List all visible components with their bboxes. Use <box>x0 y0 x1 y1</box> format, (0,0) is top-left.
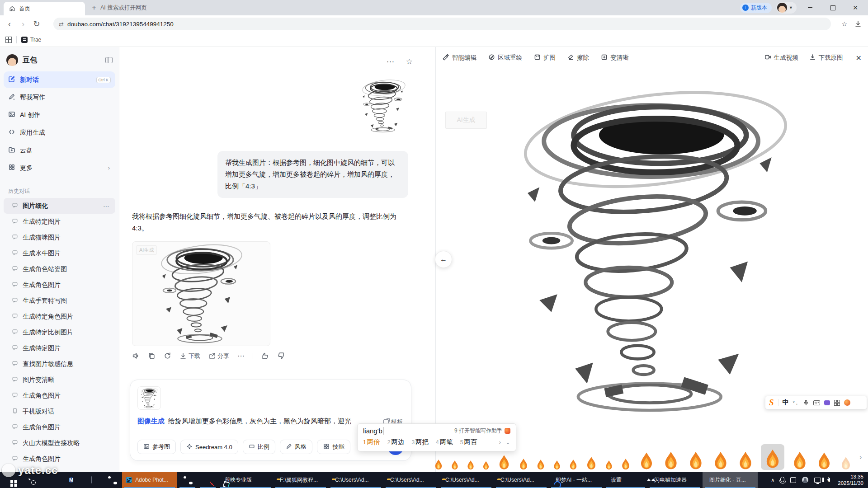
history-item[interactable]: 火山大模型连接攻略 <box>4 435 115 451</box>
sidebar-item-app-gen[interactable]: 应用生成 <box>4 124 115 141</box>
message-more-icon[interactable]: ⋯ <box>237 352 245 360</box>
fire-image-thumbnail[interactable] <box>585 454 598 470</box>
ime-next-page-icon[interactable]: › <box>499 439 501 446</box>
user-reference-image[interactable] <box>359 72 408 140</box>
read-aloud-icon[interactable] <box>132 352 140 360</box>
ime-voice-icon[interactable] <box>803 399 809 406</box>
tray-volume-icon[interactable] <box>827 478 830 482</box>
sidebar-item-more[interactable]: 更多› <box>4 160 115 176</box>
tool-repaint[interactable]: 区域重绘 <box>488 54 522 62</box>
chat-more-icon[interactable]: ⋯ <box>387 57 394 66</box>
viewer-image[interactable] <box>506 74 805 431</box>
taskbar-bad-app[interactable] <box>198 472 218 488</box>
tool-expand[interactable]: 扩图 <box>534 54 556 62</box>
taskbar-db-window[interactable]: 图片细化 - 豆... <box>703 472 758 488</box>
fire-image-thumbnail[interactable] <box>736 448 755 470</box>
new-tab-button[interactable]: ＋ AI 搜索或打开网页 <box>90 0 147 15</box>
history-item[interactable]: 生成手套特写图 <box>4 293 115 309</box>
tool-sharpen[interactable]: 变清晰 <box>601 54 629 62</box>
fire-image-thumbnail[interactable] <box>761 444 784 470</box>
viewer-close-icon[interactable]: ✕ <box>856 54 862 62</box>
taskbar-folder-window[interactable]: C:\Users\Ad... <box>439 472 494 488</box>
thumbs-up-icon[interactable] <box>261 352 269 360</box>
fire-image-thumbnail[interactable] <box>604 459 614 470</box>
history-item[interactable]: 生成特定图片 <box>4 340 115 356</box>
chip-style[interactable]: 风格 <box>280 440 312 454</box>
fire-image-thumbnail[interactable] <box>661 448 680 470</box>
sidebar-item-new-chat[interactable]: 新对话Ctrl K <box>4 71 115 88</box>
fire-image-thumbnail[interactable] <box>552 459 562 470</box>
tray-microphone-icon[interactable] <box>780 477 784 482</box>
browser-profile-button[interactable]: ▼ <box>776 2 797 14</box>
ime-expand-icon[interactable]: ⌄ <box>505 439 510 446</box>
taskbar-phone-app[interactable] <box>81 472 102 488</box>
fire-image-thumbnail[interactable] <box>637 449 656 470</box>
download-button[interactable]: 下载 <box>179 352 200 360</box>
fire-image-thumbnail[interactable] <box>711 448 730 470</box>
window-minimize-button[interactable] <box>801 1 819 14</box>
window-close-button[interactable]: ✕ <box>846 1 864 14</box>
sidebar-item-write[interactable]: 帮我写作 <box>4 89 115 106</box>
viewer-back-button[interactable]: ← <box>435 251 452 268</box>
taskbar-folder-window[interactable]: C:\Users\Ad... <box>494 472 549 488</box>
ime-writing-assistant-hint[interactable]: 9 打开智能写作助手 <box>454 427 510 435</box>
ime-toolbar[interactable]: S 中 °， <box>765 396 867 409</box>
fire-image-thumbnail[interactable] <box>839 454 853 470</box>
tool-wand[interactable]: 智能编辑 <box>443 54 476 62</box>
fire-image-thumbnail[interactable] <box>450 459 460 470</box>
image-generation-mode-tag[interactable]: 图像生成 <box>137 417 165 426</box>
history-item[interactable]: 生成特定比例图片 <box>4 324 115 340</box>
generated-image-thumbnail[interactable]: AI生成 <box>132 241 270 346</box>
doubao-avatar[interactable] <box>6 54 18 66</box>
history-item-more-icon[interactable]: ⋯ <box>103 202 110 210</box>
bookmark-star-icon[interactable]: ☆ <box>841 20 847 28</box>
new-version-badge[interactable]: ↑ 新版本 <box>740 3 772 13</box>
fire-image-thumbnail[interactable] <box>686 448 705 470</box>
history-item[interactable]: 生成水牛图片 <box>4 245 115 261</box>
history-item[interactable]: 生成角色图片 <box>4 277 115 293</box>
reload-button[interactable]: ↻ <box>30 19 43 29</box>
apps-grid-icon[interactable] <box>5 37 12 43</box>
ime-skin-icon[interactable] <box>824 400 830 405</box>
fire-image-thumbnail[interactable] <box>496 452 512 470</box>
composer-input[interactable]: 给旋风增加更多色彩信息，灰色为主，黑色为旋风暗部，迎光 <box>168 417 367 426</box>
tray-account-icon[interactable] <box>802 477 808 483</box>
strip-next-icon[interactable]: › <box>859 453 862 461</box>
tray-app-icon[interactable] <box>790 477 796 483</box>
fire-image-thumbnail[interactable] <box>518 456 529 470</box>
action-video[interactable]: 生成视频 <box>764 54 798 62</box>
action-download[interactable]: 下载原图 <box>809 54 843 62</box>
fire-image-thumbnail[interactable] <box>620 456 632 470</box>
taskbar-gear-window[interactable]: 设置 <box>604 472 647 488</box>
ime-punctuation-icon[interactable]: °， <box>793 399 799 406</box>
address-bar[interactable]: ⇄ doubao.com/chat/31921395449941250 <box>53 18 831 30</box>
taskbar-jm-window[interactable]: 即梦AI - 一站... <box>549 472 604 488</box>
history-item[interactable]: 手机版对话 <box>4 404 115 419</box>
ime-language-mode[interactable]: 中 <box>783 399 789 407</box>
chip-refimg[interactable]: 参考图 <box>137 440 176 454</box>
sidebar-item-ai-create[interactable]: AI 创作 <box>4 107 115 123</box>
history-item[interactable]: 生成角色图片 <box>4 419 115 435</box>
history-item[interactable]: 生成特定角色图片 <box>4 309 115 324</box>
ime-candidate[interactable]: 4两笔 <box>436 438 453 446</box>
tray-expand-icon[interactable]: ∧ <box>771 477 774 483</box>
ime-candidate[interactable]: 1两倍 <box>363 438 380 446</box>
history-item[interactable]: 生成猫咪图片 <box>4 230 115 245</box>
taskbar-wechat-app[interactable] <box>102 472 122 488</box>
ime-toolbox-icon[interactable] <box>834 400 840 406</box>
copy-icon[interactable] <box>148 352 156 360</box>
ime-candidate[interactable]: 3两把 <box>411 438 429 446</box>
back-button[interactable]: ‹ <box>3 19 16 29</box>
taskbar-ps-window[interactable]: PsAdobe Phot... <box>122 472 177 488</box>
chip-spark[interactable]: Seedream 4.0 <box>180 440 238 454</box>
attached-image-thumbnail[interactable] <box>137 386 161 410</box>
tray-display-icon[interactable] <box>814 478 821 483</box>
window-maximize-button[interactable] <box>824 1 842 14</box>
thumbs-down-icon[interactable] <box>277 352 285 360</box>
fire-image-thumbnail[interactable] <box>568 457 579 470</box>
collapse-sidebar-icon[interactable] <box>105 57 113 63</box>
history-item[interactable]: 图片细化⋯ <box>4 198 115 214</box>
bookmark-trae[interactable]: Trae <box>21 37 41 43</box>
ime-keyboard-icon[interactable] <box>813 400 820 405</box>
fire-image-thumbnail[interactable] <box>466 459 476 470</box>
